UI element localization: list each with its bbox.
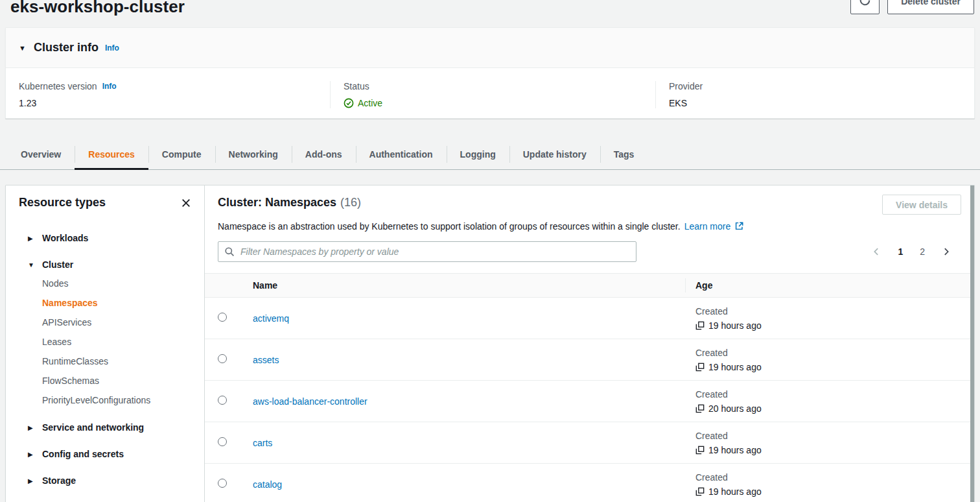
namespace-link[interactable]: carts	[253, 438, 272, 448]
provider-label: Provider	[669, 81, 703, 91]
status-field: Status Active	[330, 81, 655, 108]
created-label: Created	[695, 346, 974, 359]
group-storage[interactable]: ▶ Storage	[14, 472, 196, 490]
provider-field: Provider EKS	[655, 81, 974, 108]
copy-icon[interactable]	[695, 487, 705, 496]
learn-more-link[interactable]: Learn more	[684, 221, 731, 232]
check-circle-icon	[344, 98, 354, 108]
row-radio[interactable]	[218, 396, 227, 405]
age-value: 19 hours ago	[708, 362, 762, 372]
tab-networking[interactable]: Networking	[215, 139, 292, 169]
refresh-button[interactable]	[850, 0, 880, 14]
namespace-link[interactable]: catalog	[253, 479, 282, 490]
sidebar-item-leases[interactable]: Leases	[42, 332, 196, 352]
external-link-icon	[732, 222, 743, 232]
page-title: eks-workshop-cluster	[10, 0, 185, 18]
row-radio[interactable]	[218, 479, 227, 488]
age-value: 20 hours ago	[708, 403, 762, 414]
tab-logging[interactable]: Logging	[447, 139, 509, 169]
previous-page-icon[interactable]	[867, 247, 886, 256]
kubernetes-version-label: Kubernetes version	[19, 81, 97, 91]
copy-icon[interactable]	[695, 321, 705, 330]
namespace-link[interactable]: assets	[253, 355, 279, 365]
age-value: 19 hours ago	[708, 486, 762, 497]
collapse-caret-icon[interactable]: ▼	[19, 44, 26, 52]
delete-cluster-button[interactable]: Delete cluster	[887, 0, 974, 14]
cluster-info-title: Cluster info	[34, 41, 99, 54]
cluster-tabs: Overview Resources Compute Networking Ad…	[0, 139, 980, 170]
table-row: activemq Created 19 hours ago	[205, 298, 974, 339]
kubernetes-version-field: Kubernetes version Info 1.23	[6, 81, 330, 108]
created-label: Created	[695, 305, 974, 318]
cluster-children: Nodes Namespaces APIServices Leases Runt…	[14, 274, 196, 410]
copy-icon[interactable]	[695, 404, 705, 413]
tab-update-history[interactable]: Update history	[509, 139, 600, 169]
table-header: Name Age	[205, 273, 974, 298]
namespaces-panel: Cluster: Namespaces(16) View details Nam…	[205, 185, 974, 502]
table-row: carts Created 19 hours ago	[205, 422, 974, 464]
table-row: aws-load-balancer-controller Created 20 …	[205, 381, 974, 422]
namespaces-table: Name Age activemq Created 19 hours ago	[205, 273, 974, 502]
group-service-and-networking[interactable]: ▶ Service and networking	[14, 418, 196, 436]
cluster-info-card: ▼ Cluster info Info Kubernetes version I…	[5, 27, 975, 119]
kubernetes-version-value: 1.23	[19, 98, 317, 108]
resource-types-panel: Resource types ▶ Workloads ▼ Cluster Nod…	[6, 185, 205, 502]
resource-types-title: Resource types	[19, 196, 106, 209]
tab-resources[interactable]: Resources	[75, 139, 148, 169]
cluster-info-info-link[interactable]: Info	[105, 43, 119, 53]
namespaces-description: Namespace is an abstraction used by Kube…	[218, 221, 681, 232]
provider-value: EKS	[669, 98, 961, 108]
filter-namespaces-input[interactable]	[218, 241, 636, 262]
caret-down-icon: ▼	[28, 261, 35, 269]
group-cluster[interactable]: ▼ Cluster	[14, 256, 196, 274]
kubernetes-version-info-link[interactable]: Info	[102, 82, 117, 91]
sidebar-item-flowschemas[interactable]: FlowSchemas	[42, 371, 196, 390]
caret-right-icon: ▶	[28, 424, 35, 431]
search-icon	[224, 246, 235, 259]
caret-right-icon: ▶	[28, 451, 35, 458]
group-config-and-secrets[interactable]: ▶ Config and secrets	[14, 445, 196, 463]
page-1-button[interactable]: 1	[892, 246, 908, 257]
sidebar-item-namespaces[interactable]: Namespaces	[42, 293, 196, 313]
cluster-info-body: Kubernetes version Info 1.23 Status Acti…	[6, 68, 974, 108]
row-radio[interactable]	[218, 437, 227, 446]
sidebar-item-nodes[interactable]: Nodes	[42, 274, 196, 293]
tab-overview[interactable]: Overview	[7, 139, 75, 169]
copy-icon[interactable]	[695, 363, 705, 372]
status-label: Status	[344, 81, 369, 91]
row-radio[interactable]	[218, 354, 227, 363]
namespace-link[interactable]: aws-load-balancer-controller	[253, 396, 368, 407]
scrollbar[interactable]	[970, 185, 974, 502]
created-label: Created	[695, 429, 974, 442]
column-header-name: Name	[241, 280, 685, 291]
group-workloads[interactable]: ▶ Workloads	[14, 229, 196, 247]
caret-right-icon: ▶	[28, 477, 35, 484]
copy-icon[interactable]	[695, 446, 705, 455]
sidebar-item-apiservices[interactable]: APIServices	[42, 313, 196, 332]
sidebar-item-runtimeclasses[interactable]: RuntimeClasses	[42, 352, 196, 371]
caret-right-icon: ▶	[28, 235, 35, 242]
age-value: 19 hours ago	[708, 445, 762, 455]
page-2-button[interactable]: 2	[915, 246, 930, 257]
tab-tags[interactable]: Tags	[600, 139, 648, 169]
filter-box	[218, 241, 636, 262]
resource-types-tree: ▶ Workloads ▼ Cluster Nodes Namespaces A…	[14, 229, 196, 490]
table-row: catalog Created 19 hours ago	[205, 464, 974, 502]
tab-compute[interactable]: Compute	[148, 139, 215, 169]
namespace-link[interactable]: activemq	[253, 313, 289, 324]
next-page-icon[interactable]	[937, 247, 956, 256]
refresh-icon	[859, 0, 871, 8]
header-actions: Delete cluster	[850, 0, 974, 14]
status-value: Active	[358, 98, 382, 108]
sidebar-item-prioritylevelconfigurations[interactable]: PriorityLevelConfigurations	[42, 390, 196, 410]
row-radio[interactable]	[218, 313, 227, 322]
cluster-info-header[interactable]: ▼ Cluster info Info	[6, 28, 974, 68]
age-value: 19 hours ago	[708, 320, 762, 331]
close-icon[interactable]	[181, 198, 191, 208]
resources-panel: Resource types ▶ Workloads ▼ Cluster Nod…	[5, 185, 975, 502]
namespaces-count: (16)	[340, 196, 361, 209]
column-header-age: Age	[685, 280, 974, 291]
tab-authentication[interactable]: Authentication	[356, 139, 447, 169]
tab-add-ons[interactable]: Add-ons	[292, 139, 356, 169]
view-details-button[interactable]: View details	[882, 195, 961, 215]
